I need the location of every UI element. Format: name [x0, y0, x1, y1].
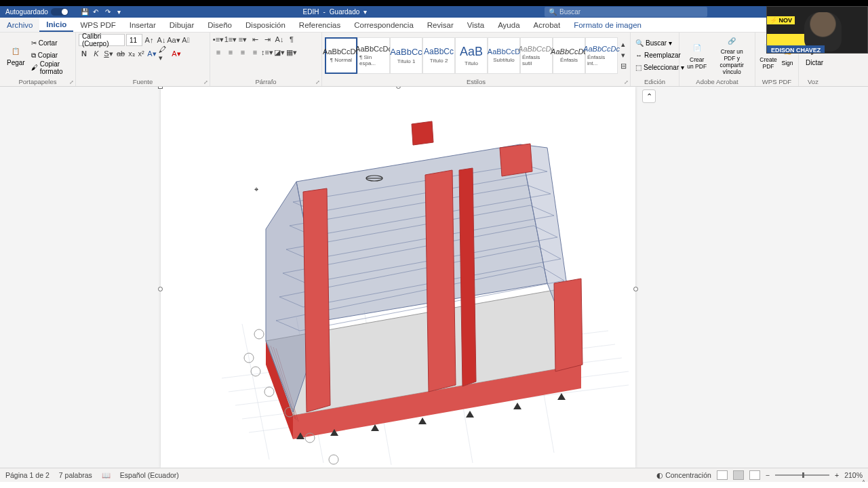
find-button[interactable]: 🔍Buscar▾	[633, 37, 686, 49]
paste-button[interactable]: 📋 Pegar	[3, 35, 29, 77]
italic-icon[interactable]: K	[91, 48, 102, 59]
strike-icon[interactable]: ab	[115, 48, 126, 59]
select-button[interactable]: ⬚Seleccionar▾	[633, 62, 686, 74]
layout-options-icon[interactable]: ⌃	[642, 89, 656, 103]
font-name-combo[interactable]: Calibri (Cuerpo)	[79, 34, 125, 46]
tab-vista[interactable]: Vista	[460, 18, 491, 32]
style-heading1[interactable]: AaBbCcTítulo 1	[390, 37, 422, 74]
highlight-icon[interactable]: 🖍▾	[159, 48, 170, 59]
style-emphasis[interactable]: AaBbCcDcÉnfasis	[553, 37, 585, 74]
grow-font-icon[interactable]: A↑	[144, 35, 155, 45]
autosave-toggle-area: Autoguardado	[0, 8, 74, 16]
paragraph-launcher-icon[interactable]: ⤢	[315, 79, 320, 85]
zoom-out-icon[interactable]: −	[766, 471, 770, 479]
clipboard-launcher-icon[interactable]: ⤢	[69, 79, 74, 85]
align-left-icon[interactable]: ≡	[213, 47, 224, 58]
qat-more-icon[interactable]: ▾	[117, 8, 125, 16]
share-pdf-button[interactable]: 🔗 Crear un PDF y compartir vínculo	[711, 35, 752, 77]
focus-mode[interactable]: ◐ Concentración	[656, 471, 711, 479]
styles-gallery[interactable]: AaBbCcDc¶ Normal AaBbCcDc¶ Sin espa... A…	[325, 37, 618, 74]
tab-disposicion[interactable]: Disposición	[239, 18, 292, 32]
tab-file[interactable]: Archivo	[0, 18, 39, 32]
tab-wpspdf[interactable]: WPS PDF	[73, 18, 122, 32]
style-emphasis-int[interactable]: AaBbCcDcÉnfasis int...	[585, 37, 618, 74]
align-right-icon[interactable]: ≡	[237, 47, 248, 58]
numbering-icon[interactable]: 1≡▾	[225, 34, 236, 45]
word-count[interactable]: 7 palabras	[59, 471, 92, 480]
borders-icon[interactable]: ▦▾	[286, 47, 297, 58]
zoom-level[interactable]: 210%	[844, 471, 863, 479]
bullets-icon[interactable]: •≡▾	[213, 34, 224, 45]
indent-icon[interactable]: ⇥	[262, 34, 273, 45]
line-spacing-icon[interactable]: ↕≡▾	[262, 47, 273, 58]
tab-inicio[interactable]: Inicio	[39, 18, 73, 32]
subscript-icon[interactable]: x₂	[127, 48, 136, 59]
change-case-icon[interactable]: Aa▾	[168, 35, 179, 45]
building-3d-image[interactable]	[188, 94, 629, 466]
zoom-slider[interactable]	[775, 474, 829, 476]
styles-launcher-icon[interactable]: ⤢	[624, 79, 629, 85]
document-title: EDIH - Guardado ▾	[125, 8, 545, 16]
undo-icon[interactable]: ↶	[93, 8, 101, 16]
replace-button[interactable]: ↔Reemplazar	[633, 49, 686, 62]
read-mode-icon[interactable]	[717, 470, 728, 480]
spellcheck-icon[interactable]: 📖	[102, 471, 111, 480]
tab-dibujar[interactable]: Dibujar	[163, 18, 201, 32]
format-painter-button[interactable]: 🖌Copiar formato	[29, 62, 73, 74]
tab-insertar[interactable]: Insertar	[123, 18, 163, 32]
style-normal[interactable]: AaBbCcDc¶ Normal	[325, 37, 357, 74]
language-indicator[interactable]: Español (Ecuador)	[120, 471, 179, 480]
selection-handle[interactable]	[633, 287, 638, 291]
font-size-combo[interactable]: 11	[126, 34, 142, 46]
clear-format-icon[interactable]: Aͯ	[180, 35, 191, 45]
tab-revisar[interactable]: Revisar	[420, 18, 460, 32]
tab-formato-imagen[interactable]: Formato de imagen	[567, 18, 648, 32]
style-title[interactable]: AaBTítulo	[455, 37, 488, 74]
multilevel-icon[interactable]: ≡▾	[237, 34, 248, 45]
shading-icon[interactable]: ◪▾	[274, 47, 285, 58]
font-color-icon[interactable]: A▾	[171, 48, 182, 59]
collapse-ribbon-icon[interactable]: ˄	[862, 479, 865, 487]
text-effects-icon[interactable]: A▾	[146, 48, 157, 59]
redo-icon[interactable]: ↷	[105, 8, 113, 16]
cursor-icon: ⬚	[635, 64, 642, 71]
web-layout-icon[interactable]	[749, 470, 760, 480]
underline-icon[interactable]: S▾	[103, 48, 114, 59]
svg-marker-36	[466, 411, 474, 418]
styles-down-icon[interactable]: ▾	[619, 50, 627, 61]
tab-correspondencia[interactable]: Correspondencia	[347, 18, 420, 32]
tab-acrobat[interactable]: Acrobat	[527, 18, 568, 32]
search-input[interactable]: 🔍 Buscar	[545, 7, 707, 17]
selection-handle[interactable]	[158, 87, 163, 89]
styles-up-icon[interactable]: ▴	[619, 39, 627, 50]
svg-marker-35	[418, 418, 427, 424]
justify-icon[interactable]: ≡	[250, 47, 260, 58]
shrink-font-icon[interactable]: A↓	[156, 35, 167, 45]
chevron-down-icon[interactable]: ▾	[363, 8, 367, 16]
style-no-spacing[interactable]: AaBbCcDc¶ Sin espa...	[357, 37, 390, 74]
cut-button[interactable]: ✂Cortar	[29, 37, 73, 49]
style-subtitle[interactable]: AaBbCcDSubtítulo	[488, 37, 520, 74]
outdent-icon[interactable]: ⇤	[250, 34, 260, 45]
styles-more-icon[interactable]: ⊟	[619, 61, 627, 72]
align-center-icon[interactable]: ≡	[225, 47, 236, 58]
tab-ayuda[interactable]: Ayuda	[491, 18, 526, 32]
show-marks-icon[interactable]: ¶	[286, 34, 297, 45]
create-pdf-button[interactable]: 📄 Crear un PDF	[682, 35, 711, 77]
tab-referencias[interactable]: Referencias	[292, 18, 347, 32]
print-layout-icon[interactable]	[733, 470, 744, 480]
zoom-in-icon[interactable]: +	[835, 471, 839, 479]
selection-handle[interactable]	[158, 287, 163, 291]
font-launcher-icon[interactable]: ⤢	[203, 79, 208, 85]
sort-icon[interactable]: A↓	[274, 34, 285, 45]
style-emphasis-subtle[interactable]: AaBbCcDcÉnfasis sutil	[520, 37, 553, 74]
page-indicator[interactable]: Página 1 de 2	[5, 471, 50, 480]
superscript-icon[interactable]: x²	[137, 48, 145, 59]
selection-handle[interactable]	[396, 87, 401, 89]
bold-icon[interactable]: N	[79, 48, 90, 59]
save-icon[interactable]: 💾	[81, 8, 89, 16]
document-canvas[interactable]: ⌃	[0, 87, 868, 468]
style-heading2[interactable]: AaBbCcTítulo 2	[422, 37, 455, 74]
autosave-toggle[interactable]	[51, 8, 68, 16]
tab-diseno[interactable]: Diseño	[201, 18, 239, 32]
